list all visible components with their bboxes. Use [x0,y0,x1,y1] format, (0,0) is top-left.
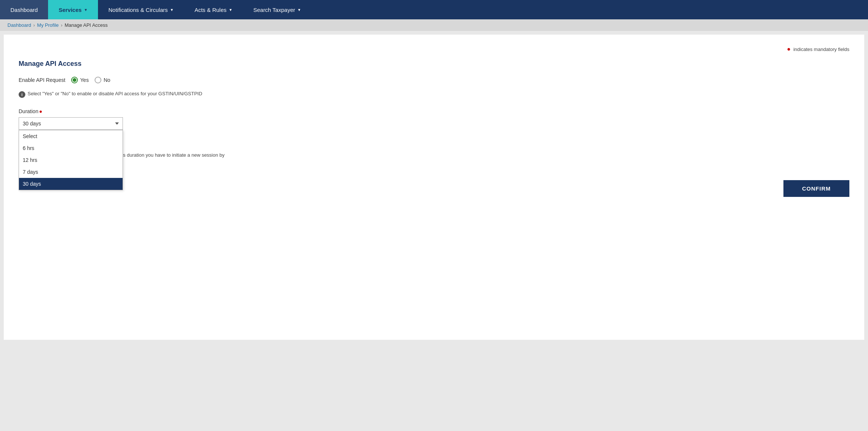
info-row: i Select "Yes" or "No" to enable or disa… [19,91,849,98]
section-title: Manage API Access [19,60,849,68]
dropdown-list: Select 6 hrs 12 hrs 7 days 30 days [19,130,123,190]
duration-field: Duration● 30 days Select 6 hrs 12 hrs 7 … [19,108,849,130]
radio-no[interactable]: No [95,77,110,83]
dropdown-arrow-icon [115,122,119,125]
radio-yes[interactable]: Yes [71,77,89,83]
duration-dropdown[interactable]: 30 days Select 6 hrs 12 hrs 7 days 30 da… [19,117,123,130]
notifications-caret-icon: ▼ [170,8,174,12]
breadcrumb-separator-1: › [34,23,35,28]
dropdown-option-30days[interactable]: 30 days [19,178,123,190]
enable-api-label: Enable API Request [19,77,65,83]
nav-dashboard[interactable]: Dashboard [0,0,48,19]
radio-group: Yes No [71,77,110,83]
info-icon: i [19,91,25,98]
dropdown-option-7days[interactable]: 7 days [19,166,123,178]
confirm-button[interactable]: CONFIRM [783,180,849,197]
radio-yes-circle [71,77,78,83]
search-taxpayer-caret-icon: ▼ [297,8,301,12]
dropdown-option-6hrs[interactable]: 6 hrs [19,142,123,154]
breadcrumb-current: Manage API Access [64,22,108,28]
services-caret-icon: ▼ [84,8,88,12]
breadcrumb: Dashboard › My Profile › Manage API Acce… [0,19,868,31]
dropdown-option-select[interactable]: Select [19,130,123,142]
acts-caret-icon: ▼ [229,8,232,12]
mandatory-dot: ● [787,46,791,52]
radio-no-label: No [104,77,110,83]
breadcrumb-separator-2: › [61,23,62,28]
nav-services[interactable]: Services ▼ [48,0,98,19]
top-navigation: Dashboard Services ▼ Notifications & Cir… [0,0,868,19]
breadcrumb-dashboard[interactable]: Dashboard [7,22,31,28]
dropdown-option-12hrs[interactable]: 12 hrs [19,154,123,166]
confirm-button-row: CONFIRM [19,180,849,197]
nav-notifications[interactable]: Notifications & Circulars ▼ [98,0,184,19]
nav-acts[interactable]: Acts & Rules ▼ [184,0,243,19]
mandatory-note: ● indicates mandatory fields [19,46,849,52]
duration-label: Duration● [19,108,849,114]
dropdown-selected-display[interactable]: 30 days [19,117,123,130]
nav-search-taxpayer[interactable]: Search Taxpayer ▼ [243,0,311,19]
breadcrumb-myprofile[interactable]: My Profile [37,22,59,28]
radio-yes-label: Yes [80,77,89,83]
main-content: ● indicates mandatory fields Manage API … [4,35,864,340]
radio-no-circle [95,77,101,83]
enable-api-row: Enable API Request Yes No [19,77,849,83]
duration-asterisk: ● [39,108,42,114]
info-text: Select "Yes" or "No" to enable or disabl… [28,91,202,96]
dropdown-selected-text: 30 days [23,121,41,127]
